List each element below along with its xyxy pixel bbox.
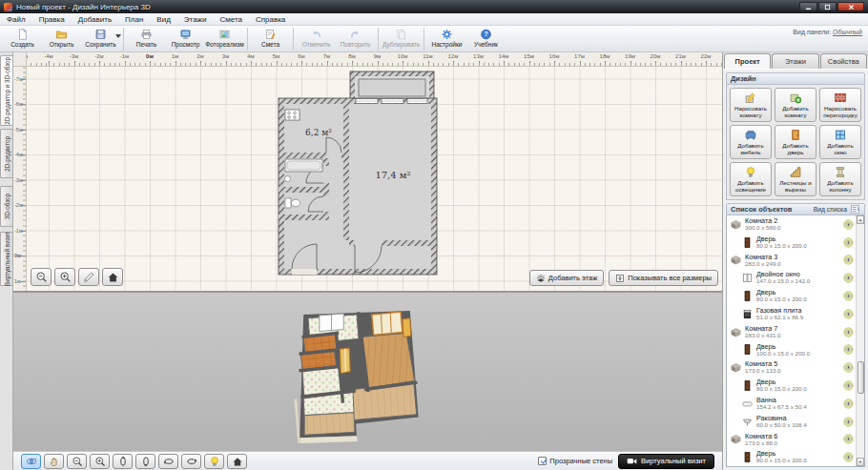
zoom-out-button[interactable] (67, 454, 87, 469)
add-door-button[interactable]: Добавить дверь (775, 125, 816, 159)
list-item[interactable]: Комната 6173.0 x 88.0 (727, 431, 856, 449)
list-item[interactable]: Дверь80.0 x 15.0 x 200.0 (727, 287, 856, 305)
transparent-walls-checkbox[interactable]: Прозрачные стены (538, 457, 612, 465)
ruler-tick: 10м (398, 53, 408, 59)
list-item[interactable]: Ванна154.2 x 67.5 x 50.4 (727, 395, 856, 413)
left-tab-2[interactable]: 2D-редактор (0, 129, 12, 178)
add-floor-button[interactable]: Добавить этаж (529, 270, 604, 286)
tab-проект[interactable]: Проект (724, 53, 771, 69)
maximize-button[interactable] (818, 2, 837, 11)
draw-wall-button[interactable]: Нарисовать перегородку (819, 88, 861, 122)
zoom-in-button[interactable] (90, 454, 110, 469)
stairs-button[interactable]: Лестницы и вырезы (775, 162, 816, 196)
list-item[interactable]: Газовая плита51.0 x 62.1 x 86.9 (727, 305, 856, 323)
close-button[interactable] (837, 2, 864, 11)
eye-icon[interactable] (843, 398, 854, 409)
menu-item[interactable]: Этажи (177, 15, 214, 24)
list-item[interactable]: Комната 7283.0 x 431.0 (727, 323, 856, 341)
rotate-up-button[interactable] (113, 454, 133, 469)
list-item[interactable]: Дверь80.0 x 15.0 x 200.0 (727, 377, 856, 395)
eye-icon[interactable] (843, 291, 854, 301)
list-view-control[interactable]: Вид списка (814, 204, 860, 215)
menu-item[interactable]: Справка (249, 15, 292, 24)
ruler-tick: 6м (298, 53, 304, 59)
menu-item[interactable]: Правка (32, 15, 72, 24)
toolbar-button-settings[interactable]: Настройки (427, 27, 466, 51)
list-item[interactable]: Дверь100.0 x 15.0 x 200.0 (727, 341, 856, 359)
list-view-label: Вид списка (814, 206, 847, 213)
list-item[interactable]: Дверь80.0 x 15.0 x 200.0 (727, 448, 856, 466)
menu-item[interactable]: Смета (213, 15, 248, 24)
eye-icon[interactable] (843, 434, 854, 444)
eye-icon[interactable] (843, 417, 854, 427)
ruler-tick-mark (277, 61, 278, 66)
rotate-left-button[interactable] (158, 454, 178, 469)
zoom-in-button[interactable] (54, 268, 75, 286)
save-icon (94, 29, 107, 40)
draw-room-button[interactable]: Нарисовать комнату (730, 88, 772, 122)
toolbar-button-open[interactable]: Открыть (42, 27, 81, 51)
scroll-down-icon[interactable]: ▼ (857, 458, 864, 466)
left-tab-3[interactable]: 3D-обзор (0, 186, 12, 227)
menu-item[interactable]: Файл (0, 15, 32, 24)
add-room-button[interactable]: Добавить комнату (775, 88, 816, 122)
zoom-out-button[interactable] (31, 268, 52, 286)
eye-icon[interactable] (843, 344, 854, 355)
measure-button[interactable] (78, 268, 99, 286)
home-button[interactable] (227, 454, 247, 469)
list-item[interactable]: Раковина60.0 x 50.0 x 108.4 (727, 413, 856, 431)
eye-icon[interactable] (843, 255, 854, 265)
list-item[interactable]: Комната 5173.0 x 133.0 (727, 358, 856, 377)
toolbar-button-save[interactable]: Сохранить (81, 27, 120, 51)
eye-icon[interactable] (843, 380, 854, 391)
toolbar-button-new[interactable]: Создать (3, 27, 42, 51)
eye-icon[interactable] (843, 452, 854, 462)
scroll-up-icon[interactable]: ▲ (857, 215, 864, 224)
toolbar-button-photoreal[interactable]: Фотореализм (205, 27, 244, 51)
eye-icon[interactable] (843, 309, 854, 319)
list-item[interactable]: Двойное окно147.0 x 15.0 x 142.0 (727, 269, 856, 287)
light-bulb-button[interactable] (204, 454, 224, 469)
left-tab-4[interactable]: Виртуальный визит (0, 232, 12, 286)
list-scrollbar[interactable]: ▲ ▼ (856, 215, 864, 466)
toolbar-button-help[interactable]: Учебник (466, 27, 506, 51)
left-tab-1[interactable]: 2D-редактор и 3D-обзор (0, 55, 12, 126)
scroll-thumb[interactable] (858, 361, 864, 394)
toolbar-button-print[interactable]: Печать (127, 27, 166, 51)
object-dimensions: 80.0 x 15.0 x 200.0 (756, 243, 807, 250)
menu-item[interactable]: План (118, 15, 150, 24)
virtual-visit-button[interactable]: Виртуальный визит (618, 454, 714, 469)
toolbar-button-preview[interactable]: Просмотр (166, 27, 205, 51)
light-bulb-icon (209, 456, 220, 467)
orbit-button[interactable] (21, 454, 41, 469)
rotate-down-button[interactable] (135, 454, 155, 469)
panel-view-link[interactable]: Обычный (833, 29, 862, 35)
show-dimensions-button[interactable]: Показывать все размеры (609, 270, 718, 286)
tab-свойства[interactable]: Свойства (820, 53, 867, 69)
toolbar-button-label: Отменить (302, 41, 331, 48)
list-item[interactable]: Дверь80.0 x 15.0 x 200.0 (727, 234, 856, 252)
minimize-button[interactable] (799, 2, 817, 11)
eye-icon[interactable] (843, 327, 854, 337)
toolbar-button-estimate[interactable]: Смета (251, 27, 290, 51)
column-button[interactable]: Добавить колонну (819, 162, 861, 196)
viewport-3d[interactable] (13, 293, 722, 451)
menu-item[interactable]: Вид (150, 15, 176, 24)
light-bulb-button[interactable]: Добавить освещение (730, 162, 772, 196)
add-window-button[interactable]: Добавить окно (819, 125, 861, 159)
eye-icon[interactable] (843, 219, 854, 230)
toolbar-separator (123, 28, 124, 51)
home-button[interactable] (102, 268, 123, 286)
plan-canvas[interactable]: 6,2 м² 17,4 м² Добавить этаж Показывать … (27, 67, 722, 291)
tab-этажи[interactable]: Этажи (772, 53, 818, 69)
list-item[interactable]: Комната 3283.0 x 249.0 (727, 252, 856, 270)
eye-icon[interactable] (843, 362, 854, 373)
pan-button[interactable] (44, 454, 64, 469)
dropdown-arrow-icon[interactable] (115, 34, 121, 38)
rotate-right-button[interactable] (181, 454, 201, 469)
eye-icon[interactable] (843, 273, 854, 283)
menu-item[interactable]: Добавить (72, 15, 118, 24)
list-item[interactable]: Комната 2300.0 x 580.0 (727, 215, 856, 234)
furniture-button[interactable]: Добавить мебель (730, 125, 772, 159)
eye-icon[interactable] (843, 237, 854, 248)
